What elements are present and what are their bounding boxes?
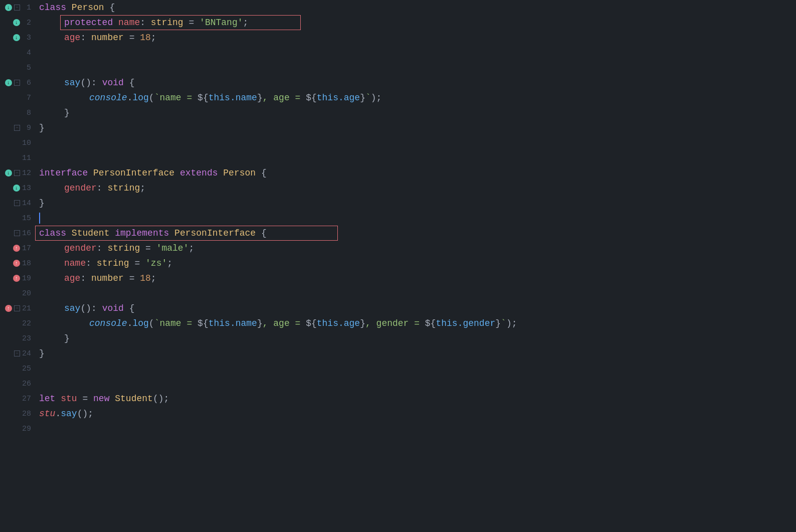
gutter-row-1: ↓ − 1 <box>0 0 31 15</box>
code-line-14: } <box>39 196 796 211</box>
gutter-row-7: 7 <box>0 90 31 105</box>
line-number-19: 19 <box>22 274 31 283</box>
code-line-23: } <box>39 331 796 346</box>
line-number-24: 24 <box>22 349 31 358</box>
code-line-1: class Person { <box>39 0 796 15</box>
circle-down-icon[interactable]: ↓ <box>13 185 20 192</box>
code-line-27: let stu = new Student(); <box>39 391 796 406</box>
gutter-row-26: 26 <box>0 376 31 391</box>
code-editor: ↓ − 1 ↓ 2 ↓ 3 4 5 ↓ − 6 7 <box>0 0 796 532</box>
gutter-row-23: 23 <box>0 331 31 346</box>
gutter-row-22: 22 <box>0 316 31 331</box>
line-number-4: 4 <box>22 49 31 57</box>
collapse-icon[interactable]: − <box>14 230 20 236</box>
code-line-2: protected name: string = 'BNTang'; <box>39 15 796 30</box>
line-number-16: 16 <box>22 229 31 238</box>
gutter-row-21: ↑ − 21 <box>0 301 31 316</box>
line-number-3: 3 <box>22 34 31 42</box>
gutter-row-14: − 14 <box>0 196 31 211</box>
gutter-row-24: − 24 <box>0 346 31 361</box>
code-line-11 <box>39 150 796 165</box>
code-line-29 <box>39 421 796 436</box>
line-number-29: 29 <box>22 425 31 433</box>
line-number-22: 22 <box>22 319 31 328</box>
gutter-row-18: ↑ 18 <box>0 256 31 271</box>
line-number-25: 25 <box>22 365 31 373</box>
gutter-row-15: 15 <box>0 211 31 226</box>
line-number-21: 21 <box>22 304 31 313</box>
code-line-15 <box>39 211 796 226</box>
line-number-12: 12 <box>22 169 31 178</box>
circle-down-icon[interactable]: ↓ <box>5 4 12 11</box>
circle-down-icon[interactable]: ↓ <box>13 19 20 26</box>
line-number-10: 10 <box>22 139 31 147</box>
circle-up-icon[interactable]: ↑ <box>5 305 12 312</box>
code-line-17: gender: string = 'male'; <box>39 241 796 256</box>
circle-up-icon[interactable]: ↑ <box>13 245 20 252</box>
gutter-row-20: 20 <box>0 286 31 301</box>
line-number-1: 1 <box>22 4 31 12</box>
line-number-13: 13 <box>22 184 31 193</box>
line-number-18: 18 <box>22 259 31 268</box>
code-line-25 <box>39 361 796 376</box>
gutter-row-6: ↓ − 6 <box>0 75 31 90</box>
line-number-27: 27 <box>22 395 31 403</box>
code-line-28: stu.say(); <box>39 406 796 421</box>
circle-down-icon[interactable]: ↓ <box>5 169 12 176</box>
gutter-row-10: 10 <box>0 135 31 150</box>
code-line-4 <box>39 45 796 60</box>
line-number-17: 17 <box>22 244 31 253</box>
line-number-7: 7 <box>22 94 31 102</box>
gutter-row-8: 8 <box>0 105 31 120</box>
gutter-row-28: 28 <box>0 406 31 421</box>
line-number-15: 15 <box>22 214 31 223</box>
code-line-6: say(): void { <box>39 75 796 90</box>
code-line-22: console.log(`name = ${this.name}, age = … <box>39 316 796 331</box>
collapse-icon[interactable]: − <box>14 200 20 206</box>
line-number-14: 14 <box>22 199 31 208</box>
code-line-13: gender: string; <box>39 181 796 196</box>
line-number-9: 9 <box>22 124 31 132</box>
gutter-row-29: 29 <box>0 421 31 436</box>
line-number-11: 11 <box>22 154 31 162</box>
gutter-row-13: ↓ 13 <box>0 181 31 196</box>
gutter-row-19: ↑ 19 <box>0 271 31 286</box>
circle-down-icon[interactable]: ↓ <box>13 34 20 41</box>
line-number-8: 8 <box>22 109 31 117</box>
collapse-icon[interactable]: − <box>14 5 20 11</box>
gutter-row-4: 4 <box>0 45 31 60</box>
line-number-5: 5 <box>22 64 31 72</box>
code-line-7: console.log(`name = ${this.name}, age = … <box>39 90 796 105</box>
code-line-26 <box>39 376 796 391</box>
gutter-row-2: ↓ 2 <box>0 15 31 30</box>
collapse-icon[interactable]: − <box>14 170 20 176</box>
line-number-2: 2 <box>22 19 31 27</box>
code-line-8: } <box>39 105 796 120</box>
line-number-28: 28 <box>22 410 31 418</box>
circle-up-icon[interactable]: ↑ <box>13 260 20 267</box>
collapse-icon[interactable]: − <box>14 350 20 357</box>
gutter-row-17: ↑ 17 <box>0 241 31 256</box>
code-line-21: say(): void { <box>39 301 796 316</box>
gutter-row-12: ↓ − 12 <box>0 165 31 181</box>
collapse-icon[interactable]: − <box>14 305 20 311</box>
circle-down-icon[interactable]: ↓ <box>5 79 12 86</box>
code-line-19: age: number = 18; <box>39 271 796 286</box>
code-line-9: } <box>39 120 796 135</box>
circle-up-icon[interactable]: ↑ <box>13 275 20 282</box>
line-number-20: 20 <box>22 289 31 298</box>
code-line-10 <box>39 135 796 150</box>
gutter-row-16: − 16 <box>0 226 31 241</box>
code-line-12: interface PersonInterface extends Person… <box>39 165 796 181</box>
collapse-icon[interactable]: − <box>14 125 20 131</box>
line-number-6: 6 <box>22 79 31 87</box>
code-line-24: } <box>39 346 796 361</box>
code-content[interactable]: class Person { protected name: string = … <box>34 0 796 532</box>
collapse-icon[interactable]: − <box>14 80 20 86</box>
gutter-row-5: 5 <box>0 60 31 75</box>
gutter-row-9: − 9 <box>0 120 31 135</box>
line-gutter: ↓ − 1 ↓ 2 ↓ 3 4 5 ↓ − 6 7 <box>0 0 34 532</box>
code-line-3: age: number = 18; <box>39 30 796 45</box>
line-number-23: 23 <box>22 334 31 343</box>
code-line-18: name: string = 'zs'; <box>39 256 796 271</box>
